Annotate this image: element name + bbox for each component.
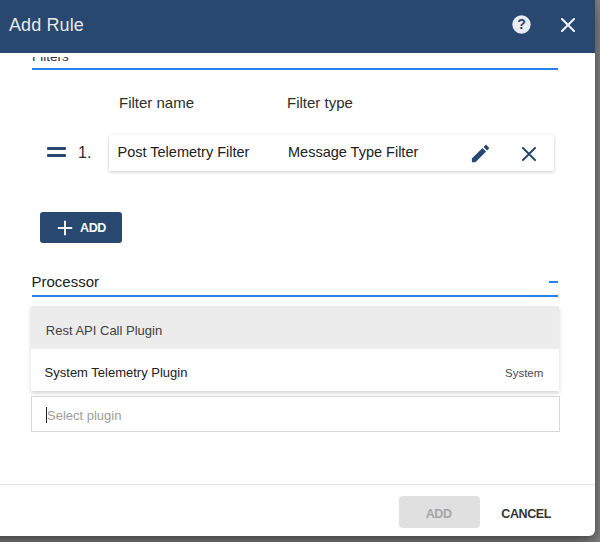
svg-text:?: ? <box>517 16 526 32</box>
